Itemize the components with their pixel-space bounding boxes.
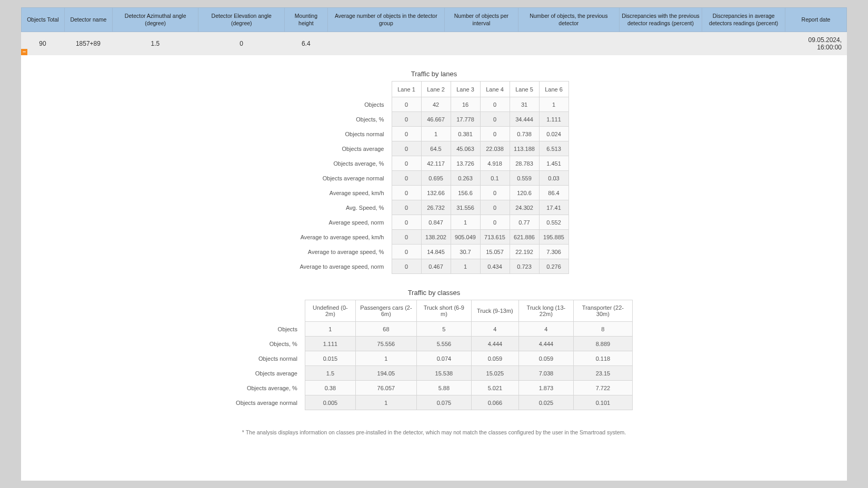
lanes-cell: 0.723	[510, 259, 539, 274]
classes-row: Objects average normal0.00510.0750.0660.…	[235, 395, 632, 410]
lanes-cell: 0.467	[421, 259, 451, 274]
lanes-cell: 0	[480, 215, 510, 230]
lanes-col-1: Lane 2	[421, 82, 451, 97]
col-elevation: Detector Elevation angle (degree)	[198, 8, 285, 32]
classes-corner	[235, 300, 305, 322]
lanes-cell: 120.6	[510, 186, 539, 200]
lanes-col-5: Lane 6	[539, 82, 568, 97]
lanes-cell: 14.845	[421, 245, 451, 259]
classes-row: Objects1685448	[235, 322, 632, 337]
classes-col-3: Truck (9-13m)	[471, 300, 518, 322]
lanes-cell: 42	[421, 97, 451, 112]
classes-row: Objects, %1.11175.5565.5564.4444.4448.88…	[235, 337, 632, 351]
lanes-cell: 31.556	[451, 200, 480, 215]
val-detector-name: 1857+89	[64, 32, 112, 55]
lanes-row-label: Objects	[299, 97, 392, 112]
lanes-cell: 0	[392, 141, 421, 156]
report-panel: – Objects Total Detector name Detector A…	[21, 7, 847, 481]
lanes-cell: 17.778	[451, 112, 480, 127]
classes-row-label: Objects, %	[235, 337, 305, 351]
val-elevation: 0	[198, 32, 285, 55]
lanes-cell: 1	[421, 127, 451, 141]
lanes-col-3: Lane 4	[480, 82, 510, 97]
classes-cell: 1	[305, 322, 355, 337]
lanes-cell: 64.5	[421, 141, 451, 156]
classes-row: Objects average, %0.3876.0575.885.0211.8…	[235, 381, 632, 395]
lanes-row: Objects normal010.38100.7380.024	[299, 127, 568, 141]
classes-cell: 5.021	[471, 381, 518, 395]
lanes-cell: 0.847	[421, 215, 451, 230]
lanes-cell: 0	[392, 112, 421, 127]
lanes-col-2: Lane 3	[451, 82, 480, 97]
lanes-cell: 86.4	[539, 186, 568, 200]
classes-cell: 4	[518, 322, 573, 337]
lanes-row-label: Average to average speed, norm	[299, 259, 392, 274]
lanes-row-label: Avg. Speed, %	[299, 200, 392, 215]
classes-cell: 0.075	[416, 395, 471, 410]
val-avg-group	[327, 32, 444, 55]
lanes-cell: 0	[392, 230, 421, 245]
classes-cell: 4.444	[471, 337, 518, 351]
lanes-cell: 4.918	[480, 156, 510, 171]
lanes-col-0: Lane 1	[392, 82, 421, 97]
lanes-cell: 30.7	[451, 245, 480, 259]
classes-title: Traffic by classes	[21, 289, 847, 297]
lanes-cell: 0.381	[451, 127, 480, 141]
lanes-cell: 0	[392, 215, 421, 230]
lanes-row: Average to average speed, norm00.46710.4…	[299, 259, 568, 274]
lanes-cell: 46.667	[421, 112, 451, 127]
lanes-row-label: Average speed, km/h	[299, 186, 392, 200]
classes-cell: 0.066	[471, 395, 518, 410]
classes-cell: 0.025	[518, 395, 573, 410]
lanes-cell: 195.885	[539, 230, 568, 245]
val-prev-detector	[518, 32, 620, 55]
col-detector-name: Detector name	[64, 8, 112, 32]
lanes-row-label: Average to average speed, km/h	[299, 230, 392, 245]
lanes-cell: 0	[392, 200, 421, 215]
lanes-cell: 0	[480, 127, 510, 141]
col-per-interval: Number of objects per interval	[444, 8, 518, 32]
lanes-cell: 13.726	[451, 156, 480, 171]
summary-header: Objects Total Detector name Detector Azi…	[21, 7, 847, 32]
lanes-cell: 1	[539, 97, 568, 112]
collapse-row-toggle[interactable]: –	[21, 49, 27, 55]
lanes-row: Average speed, km/h0132.66156.60120.686.…	[299, 186, 568, 200]
classes-cell: 1	[355, 395, 416, 410]
classes-cell: 15.538	[416, 366, 471, 381]
val-report-date: 09.05.2024, 16:00:00	[785, 32, 847, 55]
lanes-cell: 28.783	[510, 156, 539, 171]
lanes-row-label: Average to average speed, %	[299, 245, 392, 259]
lanes-cell: 0	[392, 259, 421, 274]
lanes-cell: 7.306	[539, 245, 568, 259]
lanes-cell: 0	[480, 186, 510, 200]
lanes-row: Objects, %046.66717.778034.4441.111	[299, 112, 568, 127]
classes-cell: 8.889	[573, 337, 632, 351]
classes-cell: 0.101	[573, 395, 632, 410]
classes-cell: 75.556	[355, 337, 416, 351]
classes-col-5: Transporter (22-30m)	[573, 300, 632, 322]
lanes-cell: 0	[392, 186, 421, 200]
lanes-cell: 0.695	[421, 171, 451, 186]
lanes-cell: 621.886	[510, 230, 539, 245]
lanes-cell: 6.513	[539, 141, 568, 156]
lanes-cell: 42.117	[421, 156, 451, 171]
lanes-cell: 1	[451, 215, 480, 230]
lanes-row: Objects average normal00.6950.2630.10.55…	[299, 171, 568, 186]
classes-cell: 5.88	[416, 381, 471, 395]
lanes-cell: 0.738	[510, 127, 539, 141]
lanes-cell: 905.049	[451, 230, 480, 245]
classes-cell: 15.025	[471, 366, 518, 381]
lanes-table: Lane 1Lane 2Lane 3Lane 4Lane 5Lane 6 Obj…	[299, 81, 568, 274]
lanes-cell: 22.192	[510, 245, 539, 259]
classes-cell: 1.5	[305, 366, 355, 381]
lanes-cell: 34.444	[510, 112, 539, 127]
classes-cell: 5	[416, 322, 471, 337]
classes-col-0: Undefined (0-2m)	[305, 300, 355, 322]
classes-row-label: Objects normal	[235, 351, 305, 366]
lanes-cell: 0	[392, 127, 421, 141]
lanes-row-label: Objects, %	[299, 112, 392, 127]
classes-row-label: Objects average, %	[235, 381, 305, 395]
lanes-cell: 0	[480, 97, 510, 112]
col-discrep-prev: Discrepancies with the previous detector…	[619, 8, 702, 32]
val-objects-total: 90	[21, 32, 64, 55]
